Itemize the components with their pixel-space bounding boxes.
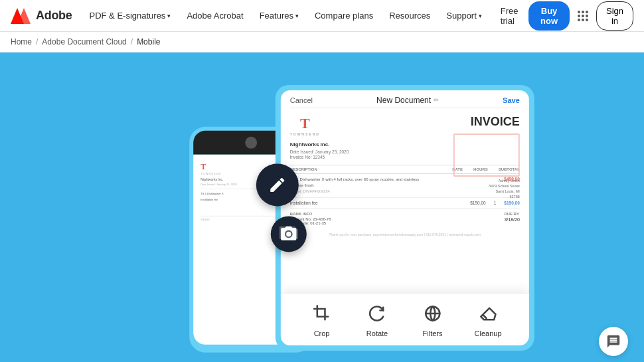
row2-rate: $150.00 [470, 201, 486, 205]
nav-support[interactable]: Support ▾ [440, 11, 489, 21]
breadcrumb: Home / Adobe Document Cloud / Mobile [0, 32, 644, 52]
rotate-tool[interactable]: Rotate [359, 302, 396, 337]
breadcrumb-current: Mobile [137, 37, 160, 46]
breadcrumb-parent[interactable]: Adobe Document Cloud [42, 37, 126, 46]
breadcrumb-home[interactable]: Home [11, 37, 32, 46]
tablet-screen: Cancel New Document ✏ Save T TOWNSEND [281, 90, 529, 345]
cleanup-icon [476, 302, 500, 325]
brand-name: Adobe [36, 9, 72, 23]
adobe-logo-icon [11, 8, 31, 24]
nav-compare-plans[interactable]: Compare plans [308, 11, 380, 21]
row2-hours: 1 [494, 201, 497, 205]
filters-icon [421, 302, 445, 325]
crop-icon [310, 302, 334, 325]
hero-section: T TOWNSEND INVOICE Nightworks Inc. Date … [0, 52, 644, 362]
chevron-down-icon: ▾ [479, 13, 482, 19]
tablet-title: New Document ✏ [376, 96, 439, 105]
editing-toolbar: Crop Rotate [281, 293, 529, 345]
inline-pencil-icon: ✏ [434, 96, 439, 104]
camera-icon [280, 225, 298, 243]
chat-button[interactable] [599, 327, 628, 356]
row2-desc: Installation fee [290, 201, 318, 205]
chevron-down-icon: ▾ [167, 13, 171, 19]
invoice-row-1: TS-1 Dishwasher X with 4 full racks, ove… [290, 174, 520, 198]
logo-brand: TOWNSEND [290, 132, 320, 136]
mini-logo-t: T [201, 161, 221, 171]
camera-button[interactable] [271, 216, 307, 252]
tablet-header: Cancel New Document ✏ Save [281, 90, 529, 108]
buy-now-button[interactable]: Buy now [528, 1, 570, 31]
rotate-icon [365, 302, 389, 325]
tablet-cancel[interactable]: Cancel [290, 96, 313, 104]
logo-t: T [300, 115, 310, 132]
pencil-button[interactable] [256, 163, 299, 206]
tablet-save[interactable]: Save [503, 96, 520, 104]
invoice-row-2: Installation fee $150.00 1 $150.00 [290, 198, 520, 209]
cleanup-tool[interactable]: Cleanup [470, 302, 507, 337]
invoice-pink-box [453, 134, 520, 177]
pencil-icon [268, 175, 287, 194]
nav-pdf-esignatures[interactable]: PDF & E-signatures ▾ [83, 11, 178, 21]
logo[interactable]: Adobe [11, 8, 72, 24]
nav-resources[interactable]: Resources [382, 11, 437, 21]
row2-subtotal: $150.00 [504, 201, 520, 205]
nav-free-trial[interactable]: Free trial [494, 6, 526, 26]
chevron-down-icon: ▾ [295, 13, 299, 19]
navigation: Adobe PDF & E-signatures ▾ Adobe Acrobat… [0, 0, 644, 32]
sign-in-button[interactable]: Sign in [596, 1, 633, 31]
row1-desc: TS-1 Dishwasher X with 4 full racks, ove… [290, 177, 423, 195]
invoice-bank-section: BANK INFO Account No: 23-406-78 Sort Cod… [290, 209, 520, 228]
chat-icon [606, 334, 621, 349]
nav-features[interactable]: Features ▾ [253, 11, 305, 21]
breadcrumb-separator: / [36, 37, 38, 46]
grid-icon [578, 11, 588, 21]
svg-point-2 [286, 231, 291, 236]
breadcrumb-separator: / [131, 37, 133, 46]
due-by: DUE BY 3/18/20 [504, 212, 519, 222]
invoice-title: INVOICE [471, 115, 520, 129]
invoice-footer: Thank you for your purchase. paymentsmer… [290, 232, 520, 236]
filters-tool[interactable]: Filters [414, 302, 451, 337]
nav-acrobat[interactable]: Adobe Acrobat [180, 11, 250, 21]
tablet-document: T TOWNSEND INVOICE Nightworks Inc. Date … [281, 108, 529, 290]
invoice-logo: T TOWNSEND [290, 115, 320, 136]
crop-tool[interactable]: Crop [303, 302, 340, 337]
apps-grid-button[interactable] [572, 5, 594, 27]
mini-brand: TOWNSEND [201, 171, 221, 175]
tablet-device: Cancel New Document ✏ Save T TOWNSEND [276, 85, 534, 351]
invoice-address: Ashley Smith3479 School StreetSaint Loui… [489, 178, 520, 200]
